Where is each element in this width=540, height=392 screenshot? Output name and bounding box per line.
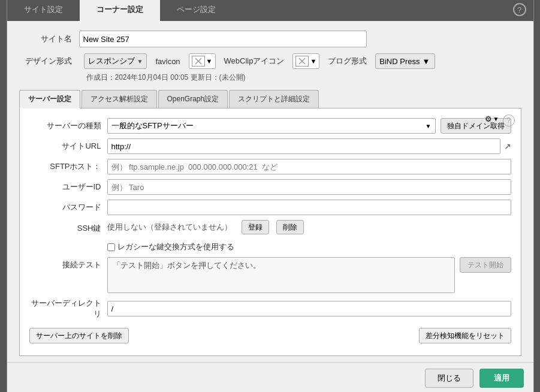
- blog-label: ブログ形式: [328, 56, 367, 67]
- top-tab-bar: サイト設定 コーナー設定 ページ設定 ?: [7, 0, 533, 21]
- ssh-register-btn[interactable]: 登録: [242, 220, 269, 234]
- modal-container: サイト設定 コーナー設定 ページ設定 ? サイト名 デザイン形式 レスポンシブ …: [7, 0, 534, 392]
- tab-site-settings[interactable]: サイト設定: [7, 0, 80, 21]
- inner-tab-bar: サーバー設定 アクセス解析設定 OpenGraph設定 スクリプトと詳細設定: [19, 90, 521, 108]
- ssh-delete-btn[interactable]: 削除: [276, 220, 304, 234]
- connection-test-row: 接続テスト 「テスト開始」ボタンを押してください。 テスト開始: [29, 257, 511, 293]
- responsive-label: レスポンシブ: [88, 56, 135, 67]
- legacy-key-row: レガシーな鍵交換方式を使用する: [107, 242, 511, 252]
- site-url-row: サイトURL ↗: [29, 138, 511, 154]
- password-input[interactable]: [107, 200, 511, 215]
- webclip-select[interactable]: ▼: [292, 53, 319, 69]
- blog-type-select[interactable]: BiND Press ▼: [375, 53, 435, 69]
- server-settings-panel: ⚙ ▼ ? サーバーの種類 一般的なSFTPサーバー ▼ 独自ドメイン取得 サイ…: [19, 108, 521, 356]
- favicon-chevron-icon: ▼: [206, 58, 213, 65]
- webclip-chevron-icon: ▼: [310, 58, 316, 65]
- design-label: デザイン形式: [19, 56, 79, 67]
- server-type-arrow: ▼: [426, 123, 432, 129]
- favicon-icon-box: [192, 56, 205, 67]
- server-dir-row: サーバーディレクトリ: [29, 298, 511, 319]
- created-row: 作成日：2024年10月04日 00:05 更新日：(未公開): [86, 73, 521, 83]
- test-start-btn[interactable]: テスト開始: [460, 257, 511, 273]
- favicon-select[interactable]: ▼: [189, 53, 216, 69]
- sftp-host-row: SFTPホスト：: [29, 159, 511, 174]
- legacy-key-label: レガシーな鍵交換方式を使用する: [117, 242, 234, 252]
- server-type-label: サーバーの種類: [29, 120, 107, 131]
- close-button[interactable]: 閉じる: [425, 369, 473, 388]
- tab-scripts-detail[interactable]: スクリプトと詳細設定: [229, 90, 319, 108]
- password-row: パスワード: [29, 200, 511, 215]
- external-link-icon[interactable]: ↗: [504, 141, 511, 151]
- connection-test-label: 接続テスト: [29, 260, 107, 270]
- blog-chevron-icon: ▼: [422, 57, 430, 66]
- tab-corner-settings[interactable]: コーナー設定: [80, 0, 160, 21]
- blog-type-label: BiND Press: [379, 57, 420, 66]
- sftp-host-input[interactable]: [107, 159, 511, 174]
- tab-page-settings[interactable]: ページ設定: [160, 0, 233, 21]
- user-id-input[interactable]: [107, 179, 511, 195]
- modal-footer: 閉じる 適用: [7, 362, 533, 392]
- server-type-value: 一般的なSFTPサーバー: [111, 120, 194, 131]
- ssh-key-status: 使用しない（登録されていません）: [107, 222, 232, 233]
- ssh-key-row: SSH鍵 使用しない（登録されていません） 登録 削除: [29, 220, 511, 237]
- site-url-input[interactable]: [107, 138, 500, 154]
- favicon-label: favicon: [155, 57, 180, 66]
- responsive-select[interactable]: レスポンシブ ▼: [84, 53, 147, 69]
- site-url-label: サイトURL: [29, 141, 107, 152]
- webclip-label: WebClipアイコン: [224, 56, 285, 67]
- gear-dropdown-arrow: ▼: [493, 116, 499, 122]
- sftp-host-label: SFTPホスト：: [29, 161, 107, 172]
- tab-opengraph[interactable]: OpenGraph設定: [158, 90, 228, 108]
- ssh-key-label: SSH鍵: [29, 223, 107, 234]
- tab-server-settings[interactable]: サーバー設定: [19, 90, 80, 108]
- site-name-row: サイト名: [19, 31, 521, 47]
- legacy-key-checkbox[interactable]: [107, 243, 115, 251]
- password-label: パスワード: [29, 202, 107, 213]
- server-type-select[interactable]: 一般的なSFTPサーバー ▼: [107, 118, 436, 134]
- domain-acquire-btn[interactable]: 独自ドメイン取得: [441, 118, 511, 134]
- connection-test-output: 「テスト開始」ボタンを押してください。: [107, 257, 455, 293]
- help-icon-top[interactable]: ?: [513, 3, 526, 16]
- main-content: サイト名 デザイン形式 レスポンシブ ▼ favicon ▼ WebClipアイ…: [7, 21, 533, 362]
- server-help-icon[interactable]: ?: [503, 114, 515, 126]
- gear-icon: ⚙: [485, 114, 492, 123]
- apply-button[interactable]: 適用: [479, 369, 524, 388]
- bottom-actions: サーバー上のサイトを削除 差分検知機能をリセット: [29, 325, 511, 346]
- server-type-row: サーバーの種類 一般的なSFTPサーバー ▼ 独自ドメイン取得: [29, 118, 511, 134]
- tab-access-analytics[interactable]: アクセス解析設定: [82, 90, 157, 108]
- reset-diff-btn[interactable]: 差分検知機能をリセット: [419, 328, 511, 343]
- server-dir-input[interactable]: [107, 301, 511, 316]
- server-gear-btn[interactable]: ⚙ ▼: [485, 114, 499, 123]
- site-name-input[interactable]: [79, 31, 367, 47]
- user-id-label: ユーザーID: [29, 182, 107, 192]
- site-name-label: サイト名: [19, 34, 79, 44]
- chevron-down-icon: ▼: [137, 58, 143, 65]
- design-row: デザイン形式 レスポンシブ ▼ favicon ▼ WebClipアイコン ▼ …: [19, 53, 521, 69]
- webclip-icon-box: [295, 56, 309, 67]
- user-id-row: ユーザーID: [29, 179, 511, 195]
- ssh-key-controls: 使用しない（登録されていません） 登録 削除: [107, 220, 307, 234]
- delete-server-btn[interactable]: サーバー上のサイトを削除: [29, 328, 129, 343]
- server-dir-label: サーバーディレクトリ: [29, 298, 107, 319]
